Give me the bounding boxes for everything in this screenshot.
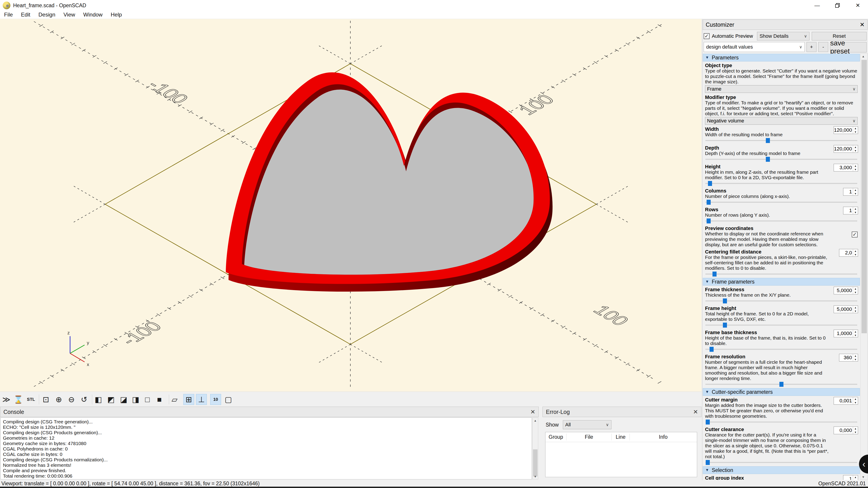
spin-down-icon[interactable]: ▼ (853, 430, 858, 434)
param-slider[interactable] (705, 419, 858, 425)
param-slider[interactable] (705, 347, 858, 352)
scroll-up-icon[interactable]: ▲ (861, 54, 866, 59)
view-back-icon[interactable]: ■ (154, 394, 165, 405)
param-dropdown[interactable]: Negative volume∨ (705, 117, 858, 125)
spinbox-arrows[interactable]: ▲▼ (853, 475, 858, 480)
param-spinbox[interactable]: 1▲▼ (843, 207, 858, 215)
spin-down-icon[interactable]: ▼ (853, 358, 858, 361)
param-spinbox[interactable]: 360▲▼ (839, 354, 858, 361)
console-scroll-thumb[interactable] (533, 449, 537, 477)
show-scale-icon[interactable]: 10 (210, 394, 221, 405)
spinbox-arrows[interactable]: ▲▼ (853, 249, 858, 256)
menu-help[interactable]: Help (111, 11, 122, 18)
param-slider[interactable] (705, 460, 858, 465)
customizer-close-icon[interactable]: ✕ (860, 21, 865, 28)
spinbox-arrows[interactable]: ▲▼ (853, 287, 858, 294)
spin-up-icon[interactable]: ▲ (853, 188, 858, 192)
param-spinbox[interactable]: 5,0000▲▼ (834, 305, 858, 313)
spin-up-icon[interactable]: ▲ (853, 354, 858, 358)
zoom-in-icon[interactable]: ⊕ (53, 394, 64, 405)
spin-up-icon[interactable]: ▲ (853, 427, 858, 430)
menu-design[interactable]: Design (38, 11, 55, 18)
spin-down-icon[interactable]: ▼ (853, 149, 858, 153)
spinbox-arrows[interactable]: ▲▼ (853, 427, 858, 434)
param-spinbox[interactable]: 0,000▲▼ (834, 427, 858, 434)
minimize-button[interactable]: — (807, 0, 827, 11)
save-preset-button[interactable]: save preset (830, 42, 867, 53)
spin-up-icon[interactable]: ▲ (853, 330, 858, 333)
view-right-icon[interactable]: ◧ (93, 394, 104, 405)
viewport-3d[interactable]: -100 100 -100 100 z y x (0, 19, 702, 392)
param-slider[interactable] (705, 138, 858, 143)
spin-down-icon[interactable]: ▼ (853, 479, 858, 480)
section-header-frame-parameters[interactable]: ▼Frame parameters (703, 278, 860, 286)
preview-icon[interactable]: ≫ (1, 394, 12, 405)
perspective-icon[interactable]: ▱ (169, 394, 180, 405)
spinbox-arrows[interactable]: ▲▼ (853, 145, 858, 153)
param-slider[interactable] (705, 298, 858, 304)
menu-window[interactable]: Window (83, 11, 102, 18)
spin-up-icon[interactable]: ▲ (853, 287, 858, 291)
view-top-icon[interactable]: ◩ (105, 394, 116, 405)
spin-up-icon[interactable]: ▲ (853, 249, 858, 253)
zoom-all-icon[interactable]: ⊡ (40, 394, 51, 405)
param-dropdown[interactable]: Frame∨ (705, 85, 858, 93)
view-bottom-icon[interactable]: ◪ (118, 394, 129, 405)
param-slider[interactable] (705, 218, 858, 224)
param-spinbox[interactable]: 1▲▼ (843, 188, 858, 196)
param-spinbox[interactable]: 120,000▲▼ (834, 145, 858, 153)
slider-handle[interactable] (712, 271, 717, 276)
slider-handle[interactable] (706, 420, 710, 424)
param-spinbox[interactable]: 0,001▲▼ (834, 397, 858, 404)
spinbox-arrows[interactable]: ▲▼ (853, 188, 858, 195)
spin-down-icon[interactable]: ▼ (853, 309, 858, 313)
spin-down-icon[interactable]: ▼ (853, 130, 858, 134)
param-spinbox[interactable]: 5,0000▲▼ (834, 287, 858, 294)
errorlog-close-icon[interactable]: ✕ (693, 409, 698, 416)
zoom-out-icon[interactable]: ⊖ (66, 394, 77, 405)
param-slider[interactable] (705, 181, 858, 186)
spinbox-arrows[interactable]: ▲▼ (853, 164, 858, 171)
view-left-icon[interactable]: ◨ (130, 394, 141, 405)
console-close-icon[interactable]: ✕ (530, 409, 535, 416)
param-slider[interactable] (705, 382, 858, 387)
scroll-up-icon[interactable]: ▲ (532, 418, 538, 423)
param-spinbox[interactable]: 1▲▼ (843, 475, 858, 480)
customizer-scrollbar[interactable]: ▲ ▼ (860, 53, 868, 480)
param-spinbox[interactable]: 3,000▲▼ (834, 164, 858, 171)
section-header-parameters[interactable]: ▼Parameters (703, 54, 860, 61)
param-slider[interactable] (705, 322, 858, 328)
spin-up-icon[interactable]: ▲ (853, 475, 858, 479)
scroll-down-icon[interactable]: ▼ (861, 474, 866, 480)
param-spinbox[interactable]: 1,0000▲▼ (834, 330, 858, 337)
spin-down-icon[interactable]: ▼ (853, 192, 858, 195)
spin-up-icon[interactable]: ▲ (853, 145, 858, 149)
spin-down-icon[interactable]: ▼ (853, 333, 858, 337)
spin-down-icon[interactable]: ▼ (853, 253, 858, 256)
show-filter-dropdown[interactable]: All ∨ (563, 420, 612, 429)
show-axes-icon[interactable]: ⊥ (196, 394, 207, 405)
slider-handle[interactable] (708, 181, 712, 186)
restore-button[interactable] (827, 0, 848, 11)
automatic-preview-checkbox[interactable]: ✓ (704, 33, 710, 39)
slider-handle[interactable] (710, 347, 714, 352)
orthographic-icon[interactable]: ⊞ (183, 394, 194, 405)
slider-handle[interactable] (766, 138, 770, 143)
export-stl-icon[interactable]: STL (26, 394, 36, 405)
spin-down-icon[interactable]: ▼ (853, 291, 858, 294)
spin-up-icon[interactable]: ▲ (853, 207, 858, 210)
preset-dropdown[interactable]: design default values ∨ (704, 42, 805, 52)
slider-handle[interactable] (779, 382, 783, 387)
spin-down-icon[interactable]: ▼ (853, 210, 858, 214)
menu-view[interactable]: View (64, 11, 75, 18)
spin-up-icon[interactable]: ▲ (853, 164, 858, 168)
param-spinbox[interactable]: 2,0▲▼ (839, 249, 858, 257)
spinbox-arrows[interactable]: ▲▼ (853, 330, 858, 337)
param-slider[interactable] (705, 199, 858, 205)
section-header-cutter-specific-parameters[interactable]: ▼Cutter-specific parameters (703, 388, 860, 396)
console-output[interactable]: Compiling design (CSG Tree generation)..… (0, 418, 532, 480)
param-slider[interactable] (705, 271, 858, 277)
scroll-down-icon[interactable]: ▼ (532, 474, 538, 479)
spin-up-icon[interactable]: ▲ (853, 397, 858, 401)
view-all-icon[interactable]: ▢ (223, 394, 234, 405)
